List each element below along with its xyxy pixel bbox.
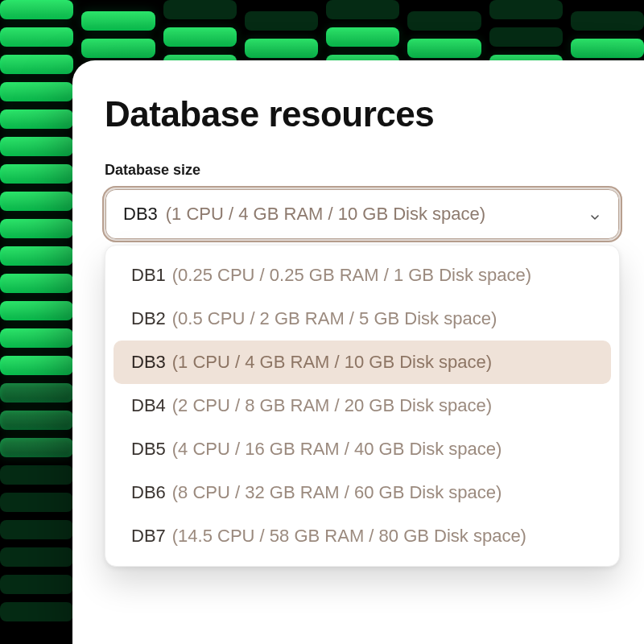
option-db2[interactable]: DB2(0.5 CPU / 2 GB RAM / 5 GB Disk space… [114, 297, 611, 341]
chevron-down-icon [588, 208, 601, 221]
database-size-dropdown: DB1(0.25 CPU / 0.25 GB RAM / 1 GB Disk s… [105, 245, 620, 567]
selected-option-name: DB3 [123, 204, 158, 225]
option-name: DB7 [131, 526, 166, 547]
option-spec: (4 CPU / 16 GB RAM / 40 GB Disk space) [172, 439, 502, 460]
option-db3[interactable]: DB3(1 CPU / 4 GB RAM / 10 GB Disk space) [114, 341, 611, 384]
option-name: DB5 [131, 439, 166, 460]
option-name: DB3 [131, 352, 166, 373]
option-db5[interactable]: DB5(4 CPU / 16 GB RAM / 40 GB Disk space… [114, 427, 611, 471]
database-size-select[interactable]: DB3 (1 CPU / 4 GB RAM / 10 GB Disk space… [105, 188, 620, 240]
option-db7[interactable]: DB7(14.5 CPU / 58 GB RAM / 80 GB Disk sp… [114, 514, 611, 558]
option-db4[interactable]: DB4(2 CPU / 8 GB RAM / 20 GB Disk space) [114, 384, 611, 427]
option-name: DB1 [131, 265, 166, 286]
option-db6[interactable]: DB6(8 CPU / 32 GB RAM / 60 GB Disk space… [114, 471, 611, 514]
selected-option-spec: (1 CPU / 4 GB RAM / 10 GB Disk space) [166, 204, 485, 225]
database-size-select-wrap: DB3 (1 CPU / 4 GB RAM / 10 GB Disk space… [105, 188, 620, 240]
field-label-database-size: Database size [105, 162, 644, 179]
option-spec: (1 CPU / 4 GB RAM / 10 GB Disk space) [172, 352, 492, 373]
option-spec: (0.25 CPU / 0.25 GB RAM / 1 GB Disk spac… [172, 265, 531, 286]
option-spec: (14.5 CPU / 58 GB RAM / 80 GB Disk space… [172, 526, 526, 547]
option-db1[interactable]: DB1(0.25 CPU / 0.25 GB RAM / 1 GB Disk s… [114, 254, 611, 297]
option-spec: (8 CPU / 32 GB RAM / 60 GB Disk space) [172, 482, 502, 503]
option-name: DB4 [131, 395, 166, 416]
page-title: Database resources [105, 94, 644, 134]
option-spec: (2 CPU / 8 GB RAM / 20 GB Disk space) [172, 395, 492, 416]
settings-card: Database resources Database size DB3 (1 … [72, 60, 644, 644]
option-name: DB2 [131, 308, 166, 329]
option-spec: (0.5 CPU / 2 GB RAM / 5 GB Disk space) [172, 308, 497, 329]
option-name: DB6 [131, 482, 166, 503]
